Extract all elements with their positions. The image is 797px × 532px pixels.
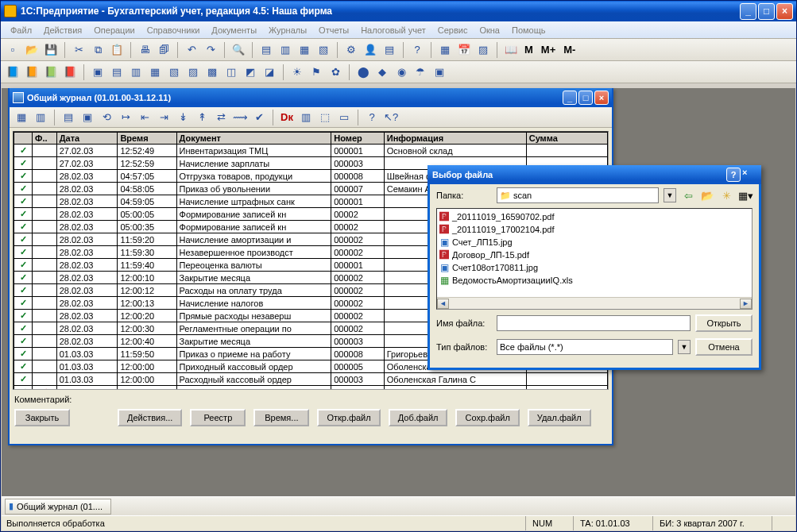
paste-icon[interactable]: 📋 [108,41,126,59]
hscroll-right-button[interactable]: ► [740,299,752,309]
file-item[interactable]: ▦ВедомостьАмортизацииIQ.xls [439,274,750,287]
table-row[interactable]: ✓27.02.0312:52:49Инвентаризация ТМЦ00000… [14,145,608,157]
jb-icon-6[interactable]: ▤ [108,64,126,81]
jt-icon-4[interactable]: ▣ [79,109,96,126]
col-header[interactable]: Сумма [526,133,607,145]
table-row[interactable]: ✓01.03.0312:00:00Расходный кассовый орде… [14,373,608,386]
menu-7[interactable]: Налоговый учет [356,24,431,37]
book-icon[interactable]: 📖 [502,41,520,59]
journal-button-1[interactable]: Действия... [118,409,182,426]
copy-icon[interactable]: ⧉ [89,41,106,59]
col-header[interactable]: Ф.. [33,133,57,145]
memory-mplus[interactable]: M+ [538,41,559,59]
nav-back-icon[interactable]: ⇦ [681,188,695,202]
jb-icon-1[interactable]: 📘 [4,64,21,81]
jt-icon-12[interactable]: ⟿ [231,109,249,126]
jt-icon-15[interactable]: ⬚ [316,109,334,126]
file-item[interactable]: 🅿_20111019_17002104.pdf [439,223,750,236]
journal-minimize-button[interactable]: _ [563,91,577,105]
col-header[interactable]: Номер [331,133,384,145]
file-list-hscrollbar[interactable]: ◄ ► [437,297,752,309]
jt-help-icon[interactable]: ? [363,109,381,126]
journal-button-3[interactable]: Время... [253,409,309,426]
menu-4[interactable]: Документы [207,24,261,37]
jb-icon-18[interactable]: ⬤ [354,64,372,81]
col-header[interactable]: Информация [384,133,526,145]
menu-10[interactable]: Помощь [507,24,551,37]
undo-icon[interactable]: ↶ [183,41,200,59]
filetype-combo[interactable]: Все файлы (*.*) [497,339,673,355]
titlebar[interactable]: 1С:Предприятие - Бухгалтерский учет, ред… [1,1,796,21]
jt-icon-8[interactable]: ⇥ [155,109,172,126]
cut-icon[interactable]: ✂ [70,41,87,59]
memory-m[interactable]: M [521,41,536,59]
jb-icon-10[interactable]: ▨ [184,64,202,81]
journal-button-6[interactable]: Сохр.файл [455,409,519,426]
jt-icon-3[interactable]: ▤ [60,109,77,126]
jb-icon-3[interactable]: 📗 [42,64,60,81]
jt-icon-9[interactable]: ↡ [174,109,192,126]
jb-icon-12[interactable]: ◫ [222,64,240,81]
tb-icon-e[interactable]: ⚙ [342,41,360,59]
filetype-dropdown-button[interactable]: ▼ [678,340,691,354]
cancel-button[interactable]: Отмена [695,338,753,356]
jb-icon-17[interactable]: ✿ [327,64,344,81]
jb-icon-11[interactable]: ▩ [203,64,221,81]
jb-icon-16[interactable]: ⚑ [308,64,325,81]
menu-9[interactable]: Окна [474,24,505,37]
jt-pointer-icon[interactable]: ↖? [382,109,400,126]
journal-titlebar[interactable]: Общий журнал (01.01.00-31.12.11) _ □ × [10,88,612,107]
jt-icon-13[interactable]: ✔ [250,109,268,126]
jt-icon-5[interactable]: ⟲ [98,109,115,126]
jb-icon-15[interactable]: ☀ [288,64,306,81]
jt-icon-6[interactable]: ↦ [117,109,134,126]
col-header[interactable]: Дата [56,133,118,145]
tb-icon-a[interactable]: ▤ [257,41,275,59]
journal-maximize-button[interactable]: □ [578,91,593,105]
jt-icon-2[interactable]: ▥ [32,109,49,126]
dialog-close-button[interactable]: × [742,168,756,182]
jb-icon-2[interactable]: 📙 [23,64,41,81]
help-icon[interactable]: ? [408,41,426,59]
menu-1[interactable]: Действия [39,24,87,37]
new-icon[interactable]: ▫ [4,41,21,59]
journal-button-7[interactable]: Удал.файл [528,409,591,426]
menu-5[interactable]: Журналы [264,24,311,37]
jb-icon-5[interactable]: ▣ [89,64,106,81]
jb-icon-8[interactable]: ▦ [146,64,164,81]
dialog-help-button[interactable]: ? [726,168,741,182]
save-icon[interactable]: 💾 [42,41,60,59]
minimize-button[interactable]: _ [740,3,756,20]
jb-icon-21[interactable]: ☂ [412,64,429,81]
memory-mminus[interactable]: M- [560,41,578,59]
tb-icon-b[interactable]: ▥ [277,41,294,59]
file-item[interactable]: ▣Счет108от170811.jpg [439,261,750,274]
jb-icon-13[interactable]: ◩ [242,64,259,81]
jt-icon-11[interactable]: ⇄ [212,109,230,126]
close-button[interactable]: × [776,3,793,20]
tb-icon-c[interactable]: ▦ [296,41,313,59]
file-item[interactable]: ▣Счет_ЛП15.jpg [439,236,750,249]
jb-icon-22[interactable]: ▣ [431,64,448,81]
jt-icon-16[interactable]: ▭ [335,109,353,126]
find-icon[interactable]: 🔍 [230,41,247,59]
nav-views-icon[interactable]: ▦▾ [738,188,753,202]
hscroll-left-button[interactable]: ◄ [437,299,449,309]
folder-combo[interactable]: 📁 scan [497,187,659,203]
jb-icon-19[interactable]: ◆ [373,64,391,81]
dialog-titlebar[interactable]: Выбор файла ? × [428,165,761,184]
col-header[interactable]: Время [118,133,176,145]
jt-icon-10[interactable]: ↟ [193,109,211,126]
journal-close-button[interactable]: × [594,91,609,105]
tb-icon-d[interactable]: ▧ [315,41,332,59]
open-icon[interactable]: 📂 [23,41,41,59]
jt-icon-14[interactable]: ▥ [297,109,315,126]
col-header[interactable]: Документ [176,133,331,145]
journal-button-5[interactable]: Доб.файл [389,409,448,426]
jb-icon-7[interactable]: ▥ [127,64,145,81]
calendar-icon[interactable]: 📅 [455,41,473,59]
taskbar-item[interactable]: ▮ Общий журнал (01.... [5,499,111,515]
print-icon[interactable]: 🖶 [136,41,153,59]
file-item[interactable]: 🅿_20111019_16590702.pdf [439,210,750,223]
redo-icon[interactable]: ↷ [202,41,219,59]
